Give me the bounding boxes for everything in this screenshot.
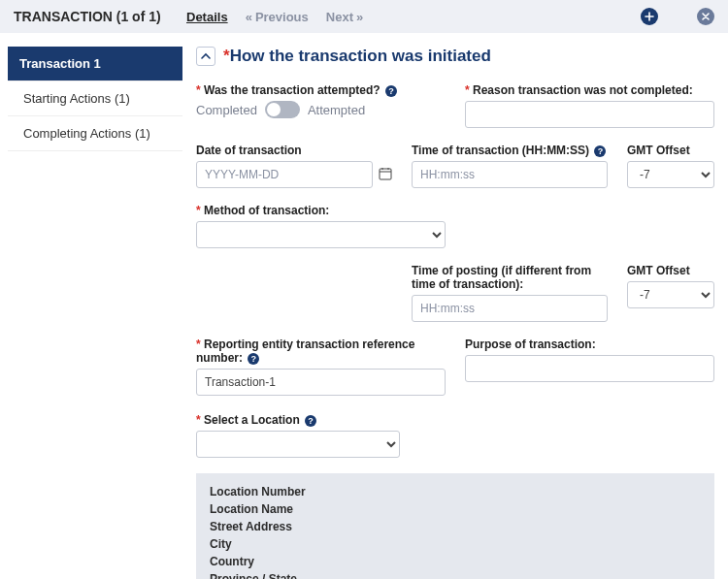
top-bar: TRANSACTION (1 of 1) Details « Previous … [0,0,728,33]
loc-name: Location Name [210,502,701,516]
location-select[interactable] [196,431,400,458]
gmt-offset-select-2[interactable]: -7 [627,281,714,308]
prev-button[interactable]: « Previous [246,10,309,24]
time-tx-input[interactable] [412,161,608,188]
next-button[interactable]: Next » [326,10,363,24]
toggle-attempted-label: Attempted [308,103,365,117]
refno-input[interactable] [196,369,446,396]
help-icon[interactable]: ? [305,415,316,427]
help-icon[interactable]: ? [248,353,259,365]
svg-rect-0 [380,169,391,179]
next-label: Next [326,10,353,24]
location-label: * Select a Location ? [196,413,400,427]
purpose-input[interactable] [465,355,714,382]
main-content: *How the transaction was initiated * Was… [196,47,720,579]
sidebar-item-completing-actions[interactable]: Completing Actions (1) [8,116,182,151]
sidebar: Transaction 1 Starting Actions (1) Compl… [8,47,182,151]
section-title: How the transaction was initiated [230,47,491,65]
add-icon[interactable] [641,8,658,25]
loc-number: Location Number [210,485,701,499]
gmt-label: GMT Offset [627,144,714,157]
attempted-toggle[interactable] [265,101,300,118]
date-label: Date of transaction [196,144,392,157]
sidebar-item-starting-actions[interactable]: Starting Actions (1) [8,81,182,116]
method-select[interactable] [196,221,446,248]
help-icon[interactable]: ? [385,85,397,97]
prev-label: Previous [255,10,309,24]
reason-label: * Reason transaction was not completed: [465,83,714,97]
loc-city: City [210,537,701,551]
time-tx-label: Time of transaction (HH:MM:SS) ? [412,144,608,157]
loc-street: Street Address [210,520,701,533]
sidebar-item-transaction-1[interactable]: Transaction 1 [8,47,182,81]
calendar-icon[interactable] [379,167,392,182]
gmt-label-2: GMT Offset [627,264,714,277]
close-icon[interactable] [697,8,714,25]
chevron-left-icon: « [246,10,252,24]
chevron-right-icon: » [356,10,363,24]
tab-details[interactable]: Details [186,10,228,24]
method-label: * Method of transaction: [196,204,446,217]
time-posting-input[interactable] [412,295,608,322]
location-details-box: Location Number Location Name Street Add… [196,473,714,579]
page-title: TRANSACTION (1 of 1) [14,9,169,24]
required-star-icon: * [223,47,230,65]
gmt-offset-select[interactable]: -7 [627,161,714,188]
date-input[interactable] [196,161,373,188]
reason-input[interactable] [465,101,714,128]
loc-province: Province / State [210,572,701,579]
refno-label: * Reporting entity transaction reference… [196,338,446,365]
collapse-section-button[interactable] [196,47,215,66]
help-icon[interactable]: ? [594,145,606,157]
time-posting-label: Time of posting (if different from time … [412,264,608,291]
purpose-label: Purpose of transaction: [465,338,714,351]
toggle-completed-label: Completed [196,103,257,117]
loc-country: Country [210,555,701,568]
section-header: *How the transaction was initiated [196,47,714,66]
attempted-label: * Was the transaction attempted? ? [196,83,446,97]
